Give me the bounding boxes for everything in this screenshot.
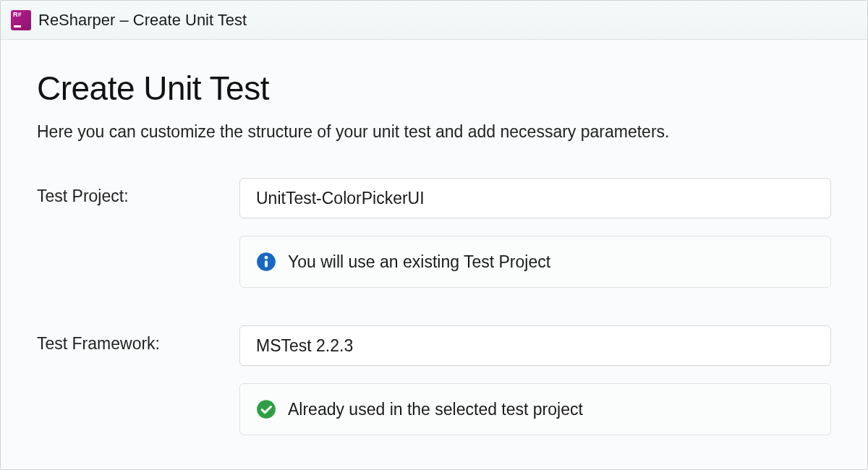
test-project-hint-text: You will use an existing Test Project bbox=[288, 252, 550, 272]
test-framework-row: Test Framework: MSTest 2.2.3 Already use… bbox=[37, 325, 831, 458]
test-framework-label: Test Framework: bbox=[37, 325, 239, 354]
svg-point-1 bbox=[265, 256, 268, 260]
test-project-label: Test Project: bbox=[37, 178, 239, 206]
test-project-row: Test Project: UnitTest-ColorPickerUI You… bbox=[37, 178, 831, 311]
test-project-hint-box: You will use an existing Test Project bbox=[239, 236, 831, 288]
page-title: Create Unit Test bbox=[37, 69, 831, 108]
test-framework-hint-text: Already used in the selected test projec… bbox=[288, 400, 583, 419]
svg-rect-2 bbox=[265, 260, 268, 267]
dialog-content: Create Unit Test Here you can customize … bbox=[1, 40, 867, 470]
resharper-icon: R# bbox=[11, 10, 31, 30]
titlebar: R# ReSharper – Create Unit Test bbox=[1, 1, 867, 40]
test-project-value: UnitTest-ColorPickerUI bbox=[256, 189, 425, 208]
test-framework-value: MSTest 2.2.3 bbox=[256, 336, 353, 356]
test-project-select[interactable]: UnitTest-ColorPickerUI bbox=[239, 178, 831, 218]
checkmark-icon bbox=[256, 399, 276, 419]
info-icon bbox=[256, 252, 276, 272]
test-framework-select[interactable]: MSTest 2.2.3 bbox=[239, 325, 831, 366]
page-subtitle: Here you can customize the structure of … bbox=[37, 122, 831, 142]
svg-point-3 bbox=[257, 400, 276, 419]
window-title: ReSharper – Create Unit Test bbox=[38, 11, 247, 30]
resharper-icon-letters: R# bbox=[13, 12, 22, 18]
test-framework-hint-box: Already used in the selected test projec… bbox=[239, 383, 831, 435]
